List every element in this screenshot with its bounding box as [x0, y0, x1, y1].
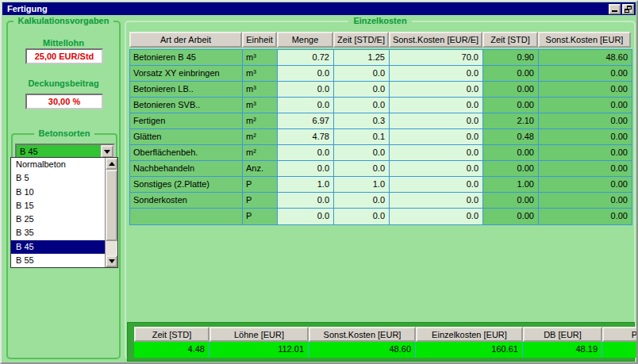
list-item[interactable]: Normalbeton [11, 158, 105, 171]
grid-cell: Betonieren SVB.. [130, 98, 243, 113]
grid-cell[interactable]: 0.0 [390, 66, 483, 82]
grid-cell[interactable]: 0.0 [278, 66, 334, 82]
summary-header[interactable]: Löhne [EUR] [209, 327, 309, 342]
grid-cell[interactable]: 1.25 [334, 50, 390, 66]
grid-cell: 0.00 [483, 82, 539, 98]
grid-cell[interactable]: 70.0 [390, 50, 483, 66]
grid-cell[interactable]: 0.0 [334, 98, 390, 113]
grid-cell: Sonderkosten [130, 193, 243, 209]
grid-cell[interactable]: 0.0 [390, 145, 483, 161]
table-row: Sonstiges (2.Platte)P1.01.00.01.000.00 [130, 177, 632, 193]
table-row: NachbehandelnAnz.0.00.00.00.000.00 [130, 161, 632, 177]
titlebar-buttons [609, 4, 636, 14]
summary-value: 112.01 [209, 342, 309, 358]
summary-value: 208.80 [602, 342, 638, 358]
list-item[interactable]: B 15 [11, 199, 105, 213]
grid-cell: 1.00 [483, 177, 539, 193]
grid-cell[interactable]: 0.0 [390, 129, 483, 145]
table-row: Fertigenm²6.970.30.02.100.00 [130, 113, 632, 129]
grid-cell: 0.00 [539, 161, 632, 177]
summary-value: 4.48 [134, 342, 209, 358]
grid-cell[interactable]: 6.97 [278, 113, 334, 129]
scroll-thumb[interactable] [106, 170, 117, 241]
group-kalkulationsvorgaben-title: Kalkulationsvorgaben [8, 16, 119, 25]
grid-header-row: Art der ArbeitEinheitMengeZeit [STD/E]So… [129, 32, 631, 48]
grid-cell: m² [243, 113, 278, 129]
combobox-dropdown-button[interactable] [101, 145, 113, 158]
grid-cell: 0.00 [483, 193, 539, 209]
grid-cell[interactable]: 0.0 [334, 82, 390, 98]
summary-header-row: Zeit [STD]Löhne [EUR]Sonst.Kosten [EUR]E… [134, 327, 638, 342]
minimize-button[interactable] [609, 4, 621, 14]
grid-header[interactable]: Sonst.Kosten [EUR/E] [389, 32, 482, 48]
summary-header[interactable]: Zeit [STD] [134, 327, 209, 342]
list-item[interactable]: B 55 [11, 254, 105, 267]
grid-cell: Oberflächenbeh. [130, 145, 243, 161]
grid-header[interactable]: Einheit [242, 32, 277, 48]
grid-cell[interactable]: 0.0 [278, 209, 334, 224]
input-deckungsbeitrag[interactable]: 30,00 % [25, 94, 103, 109]
list-scrollbar[interactable] [105, 158, 117, 267]
grid-header[interactable]: Sonst.Kosten [EUR] [538, 32, 631, 48]
list-item[interactable]: B 35 [11, 226, 105, 239]
grid-cell: P [243, 209, 278, 224]
grid-cell: Glätten [130, 129, 243, 145]
grid-cell[interactable]: 0.0 [278, 161, 334, 177]
scroll-up-button[interactable] [106, 158, 117, 170]
grid-cell[interactable]: 0.72 [278, 50, 334, 66]
grid-cell[interactable]: 0.0 [390, 193, 483, 209]
list-item[interactable]: B 5 [11, 171, 105, 185]
grid-header[interactable]: Art der Arbeit [129, 32, 242, 48]
betonsorten-list-items: NormalbetonB 5B 10B 15B 25B 35B 45B 55 [11, 158, 105, 267]
grid-cell[interactable]: 0.0 [390, 98, 483, 113]
scroll-down-button[interactable] [106, 255, 117, 267]
grid-cell[interactable]: 0.1 [334, 129, 390, 145]
grid-cell[interactable]: 0.0 [334, 161, 390, 177]
grid-cell[interactable]: 0.0 [278, 193, 334, 209]
restore-icon [625, 6, 632, 13]
grid-cell[interactable]: 0.0 [334, 209, 390, 224]
grid-cell[interactable]: 0.0 [278, 145, 334, 161]
summary-header[interactable]: DB [EUR] [523, 327, 602, 342]
grid-header[interactable]: Zeit [STD/E] [333, 32, 389, 48]
arrow-down-icon [109, 259, 115, 263]
grid-cell[interactable]: 0.0 [390, 113, 483, 129]
grid-cell[interactable]: 0.0 [278, 98, 334, 113]
grid-cell[interactable]: 1.0 [334, 177, 390, 193]
summary-value-row: 4.48112.0148.60160.6148.19208.80 [134, 342, 638, 358]
grid-cell[interactable]: 4.78 [278, 129, 334, 145]
input-mittellohn[interactable]: 25,00 EUR/Std [25, 48, 103, 64]
grid-cell[interactable]: 0.0 [334, 66, 390, 82]
grid-cell: 2.10 [483, 113, 539, 129]
grid-cell: Anz. [243, 161, 278, 177]
grid-cell: 0.00 [539, 209, 632, 224]
grid-cell[interactable]: 0.0 [390, 209, 483, 224]
list-item[interactable]: B 25 [11, 213, 105, 226]
grid-cell: Vorsatz XY einbringen [130, 66, 243, 82]
grid-cell[interactable]: 0.0 [278, 82, 334, 98]
group-einzelkosten-title: Einzelkosten [126, 16, 634, 25]
grid-cell[interactable]: 0.0 [390, 161, 483, 177]
grid-cell: m³ [243, 50, 278, 66]
grid-cell[interactable]: 0.0 [390, 177, 483, 193]
grid-cell[interactable]: 0.0 [334, 193, 390, 209]
restore-button[interactable] [622, 4, 634, 14]
minimize-icon [612, 10, 617, 12]
grid-cell: 0.00 [539, 193, 632, 209]
grid-cell[interactable]: 1.0 [278, 177, 334, 193]
summary-panel: Zeit [STD]Löhne [EUR]Sonst.Kosten [EUR]E… [127, 322, 635, 362]
grid-cell: 0.00 [539, 82, 632, 98]
grid-cell: Betonieren LB.. [130, 82, 243, 98]
list-item[interactable]: B 10 [11, 186, 105, 199]
summary-header[interactable]: Einzelkosten [EUR] [416, 327, 523, 342]
grid-cell: 0.00 [539, 66, 632, 82]
window-title: Fertigung [7, 4, 48, 13]
grid-header[interactable]: Menge [277, 32, 333, 48]
summary-header[interactable]: Sonst.Kosten [EUR] [309, 327, 416, 342]
grid-cell[interactable]: 0.0 [334, 145, 390, 161]
list-item[interactable]: B 45 [11, 240, 105, 254]
grid-cell[interactable]: 0.0 [390, 82, 483, 98]
grid-cell[interactable]: 0.3 [334, 113, 390, 129]
summary-header[interactable]: Preis [EUR] [602, 327, 638, 342]
grid-header[interactable]: Zeit [STD] [482, 32, 538, 48]
